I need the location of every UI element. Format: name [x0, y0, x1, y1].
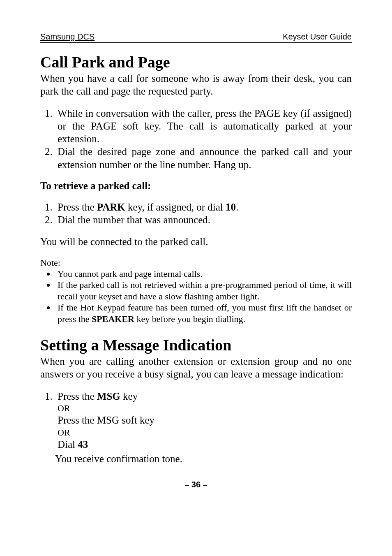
- page-number: – 36 –: [184, 480, 208, 489]
- note-2: If the parked call is not retrieved with…: [55, 279, 352, 302]
- text: key, if assigned, or dial: [125, 202, 226, 213]
- retrieve-step-2: Dial the number that was announced.: [55, 213, 352, 226]
- text: Dial: [58, 439, 78, 450]
- section1-step-2: Dial the desired page zone and announce …: [55, 145, 352, 171]
- text: key: [120, 391, 138, 402]
- page: Samsung DCS Keyset User Guide Call Park …: [0, 0, 392, 556]
- section1-step-1: While in conversation with the caller, p…: [55, 107, 352, 146]
- after-retrieve: You will be connected to the parked call…: [40, 235, 352, 248]
- section2-title: Setting a Message Indication: [40, 336, 352, 354]
- section1-title: Call Park and Page: [40, 53, 352, 71]
- notes-list: You cannot park and page internal calls.…: [40, 268, 352, 325]
- text: You cannot park and page internal calls.: [58, 269, 203, 279]
- section1-steps: While in conversation with the caller, p…: [40, 107, 352, 171]
- or-1: OR: [58, 403, 352, 414]
- header-right: Keyset User Guide: [283, 32, 352, 42]
- text: soft key: [119, 415, 154, 426]
- dial-code-10: 10: [226, 202, 236, 213]
- section1-intro: When you have a call for someone who is …: [40, 72, 352, 98]
- text: Press the: [58, 391, 97, 402]
- note-label: Note:: [40, 257, 352, 268]
- retrieve-steps: Press the PARK key, if assigned, or dial…: [40, 201, 352, 227]
- retrieve-step-1: Press the PARK key, if assigned, or dial…: [55, 201, 352, 213]
- page-footer: – 36 –: [40, 480, 352, 489]
- page-header: Samsung DCS Keyset User Guide: [40, 32, 352, 43]
- text: Press the: [58, 202, 97, 213]
- section2-steps: Press the MSG key OR Press the MSG soft …: [40, 390, 352, 451]
- text: Dial the desired page zone and announce …: [58, 146, 352, 170]
- note-3: If the Hot Keypad feature has been turne…: [55, 302, 352, 324]
- text: Press the: [58, 415, 97, 426]
- msg-key: MSG: [97, 391, 120, 402]
- text: Dial the number that was announced.: [58, 214, 210, 225]
- speaker-key: SPEAKER: [92, 314, 134, 324]
- text: key before you begin dialling.: [134, 314, 245, 324]
- page-softkey: PAGE: [91, 120, 117, 132]
- msg-softkey: MSG: [97, 415, 119, 426]
- dial-code-43: 43: [78, 439, 88, 450]
- text: .: [236, 202, 238, 213]
- confirmation-tone: You receive confirmation tone.: [55, 452, 352, 466]
- section2-step-1: Press the MSG key OR Press the MSG soft …: [55, 390, 352, 451]
- note-1: You cannot park and page internal calls.: [55, 268, 352, 280]
- text: While in conversation with the caller, p…: [58, 108, 254, 119]
- page-key: PAGE: [254, 108, 280, 119]
- header-left: Samsung DCS: [40, 32, 95, 42]
- or-2: OR: [58, 427, 352, 438]
- text: If the parked call is not retrieved with…: [58, 280, 352, 301]
- section2-intro: When you are calling another extension o…: [40, 355, 352, 381]
- retrieve-heading: To retrieve a parked call:: [40, 180, 352, 192]
- park-key: PARK: [97, 202, 125, 213]
